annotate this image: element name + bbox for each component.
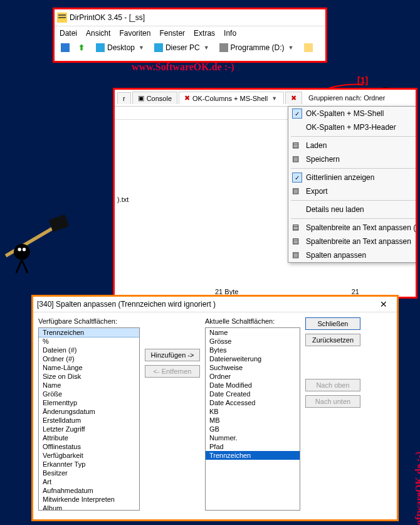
list-item[interactable]: Offlinestatus	[39, 442, 139, 451]
list-item[interactable]: Date Accessed	[206, 398, 300, 407]
list-item[interactable]: Pfad	[206, 442, 300, 451]
menu-item[interactable]: ▤Spalten anpassen[340]	[288, 248, 417, 262]
menu-item-label: Export	[306, 187, 328, 196]
list-item[interactable]: Nummer.	[206, 433, 300, 442]
remove-button[interactable]: <- Entfernen	[145, 365, 200, 378]
list-item[interactable]: Größe	[39, 390, 139, 398]
dialog-title: [340] Spalten anpassen (Trennzeichen wir…	[37, 300, 216, 309]
titlebar: DirPrintOK 3.45 - [_ss]	[55, 9, 325, 26]
reset-button[interactable]: Zurücksetzen	[305, 334, 360, 346]
list-item[interactable]: Date Modified	[206, 381, 300, 390]
chevron-down-icon: ▼	[137, 45, 145, 51]
list-item[interactable]: Name	[206, 328, 300, 337]
menubar: Datei Ansicht Favoriten Fenster Extras I…	[55, 26, 325, 40]
export-icon: ▤	[292, 186, 302, 196]
chevron-down-icon: ▼	[287, 45, 295, 51]
close-dialog-button[interactable]: Schließen	[305, 317, 360, 330]
list-item[interactable]: Ordner	[206, 372, 300, 381]
file-row[interactable]: ).txt	[115, 195, 177, 204]
folder-icon	[304, 43, 313, 52]
toolbar-drive-button[interactable]: Programme (D:) ▼	[217, 42, 298, 53]
menu-item-label: Laden	[306, 141, 327, 150]
list-item[interactable]: Verfügbarkeit	[39, 451, 139, 460]
list-item[interactable]: Suchweise	[206, 363, 300, 372]
close-button[interactable]: ✕	[374, 299, 393, 309]
list-item[interactable]: Änderungsdatum	[39, 407, 139, 416]
menu-info[interactable]: Info	[224, 29, 236, 38]
list-item[interactable]: Elementtyp	[39, 398, 139, 407]
add-button[interactable]: Hinzufügen ->	[145, 349, 200, 361]
toolbar-up-button[interactable]: ⬆	[76, 42, 90, 53]
columns-dropdown-menu: ✓OK-Spalten + MS-ShellOK-Spalten + MP3-H…	[288, 106, 417, 263]
open-icon: ▤	[292, 141, 302, 151]
toolbar-pc-button[interactable]: Dieser PC ▼	[152, 42, 213, 53]
menu-item-label: Spaltenbreite an Text anpassen	[306, 237, 411, 246]
current-listbox[interactable]: NameGrösseBytesDateierweiterungSuchweise…	[205, 327, 300, 511]
move-up-button[interactable]: Nach oben	[305, 379, 360, 391]
list-item[interactable]: MB	[206, 416, 300, 425]
tab-tools[interactable]: ✖	[285, 92, 302, 104]
tab-console[interactable]: ▣ Console	[132, 92, 177, 104]
toolbar-pc-label: Dieser PC	[165, 43, 200, 52]
dialog-titlebar: [340] Spalten anpassen (Trennzeichen wir…	[33, 297, 397, 312]
list-item[interactable]: Trennzeichen	[206, 451, 300, 460]
list-item[interactable]: Art	[39, 477, 139, 486]
menu-item[interactable]: Details neu laden	[288, 203, 417, 216]
menu-item[interactable]: ▤Speichern	[288, 152, 417, 166]
list-item[interactable]: Attribute	[39, 433, 139, 442]
menu-item[interactable]: ▤Export	[288, 184, 417, 198]
menu-item[interactable]: ▤Laden▶	[288, 139, 417, 152]
list-item[interactable]: Ordner (#)	[39, 354, 139, 363]
list-item[interactable]: Dateierweiterung	[206, 354, 300, 363]
list-item[interactable]: Besitzer	[39, 469, 139, 477]
list-item[interactable]: Name-Länge	[39, 363, 139, 372]
toolbar-desktop-label: Desktop	[107, 43, 135, 52]
toolbar-list-button[interactable]	[58, 42, 72, 53]
list-item[interactable]: Album	[39, 504, 139, 511]
svg-rect-13	[58, 14, 66, 16]
list-item[interactable]: Letzter Zugriff	[39, 425, 139, 433]
chevron-down-icon: ▼	[270, 95, 278, 102]
toolbar-desktop-button[interactable]: Desktop ▼	[93, 42, 148, 53]
list-item[interactable]: Aufnahmedatum	[39, 486, 139, 495]
available-listbox[interactable]: Trennzeichen%Dateien (#)Ordner (#)Name-L…	[38, 327, 140, 511]
menu-item[interactable]: ▤Spaltenbreite an Text anpassen (mit Spa…	[288, 221, 417, 235]
tab-ok-columns[interactable]: ✖ OK-Columns + MS-Shell ▼	[179, 92, 284, 104]
list-item[interactable]: Mitwirkende Interpreten	[39, 495, 139, 504]
drive-icon	[219, 43, 228, 52]
tools2-icon: ✖	[291, 94, 297, 102]
tab-group-by[interactable]: Gruppieren nach: Ordner	[303, 92, 390, 103]
list-item[interactable]: Trennzeichen	[38, 327, 140, 337]
list-item[interactable]: GB	[206, 425, 300, 433]
list-item[interactable]: Name	[39, 381, 139, 390]
list-item[interactable]: Date Created	[206, 390, 300, 398]
list-item[interactable]: Grösse	[206, 337, 300, 346]
tab-bar: r ▣ Console ✖ OK-Columns + MS-Shell ▼ ✖ …	[115, 90, 416, 107]
app-icon	[57, 13, 67, 23]
list-item[interactable]: Dateien (#)	[39, 346, 139, 354]
list-item[interactable]: %	[39, 337, 139, 346]
menu-extras[interactable]: Extras	[194, 29, 215, 38]
menu-fenster[interactable]: Fenster	[159, 29, 185, 38]
list-item[interactable]: Bytes	[206, 346, 300, 354]
tab-r[interactable]: r	[117, 92, 131, 104]
menu-item[interactable]: OK-Spalten + MP3-Header	[288, 120, 417, 134]
menu-ansicht[interactable]: Ansicht	[86, 29, 110, 38]
list-item[interactable]: KB	[206, 407, 300, 416]
toolbar-folder-button[interactable]	[302, 42, 315, 53]
menu-item[interactable]: ▤Spaltenbreite an Text anpassen	[288, 235, 417, 248]
list-item[interactable]: Erkannter Typ	[39, 460, 139, 469]
list-item[interactable]: Erstelldatum	[39, 416, 139, 425]
fit-icon: ▤	[292, 250, 302, 260]
menu-item[interactable]: ✓Gitterlinien anzeigen	[288, 171, 417, 184]
console-icon: ▣	[138, 94, 144, 102]
desktop-icon	[96, 43, 105, 52]
main-toolbar-window: DirPrintOK 3.45 - [_ss] Datei Ansicht Fa…	[53, 8, 327, 63]
menu-favoriten[interactable]: Favoriten	[119, 29, 150, 38]
menu-datei[interactable]: Datei	[60, 29, 77, 38]
move-down-button[interactable]: Nach unten	[305, 395, 360, 408]
svg-rect-14	[58, 17, 66, 18]
fit-icon: ▤	[292, 236, 302, 247]
menu-item[interactable]: ✓OK-Spalten + MS-Shell	[288, 107, 417, 120]
list-item[interactable]: Size on Disk	[39, 372, 139, 381]
